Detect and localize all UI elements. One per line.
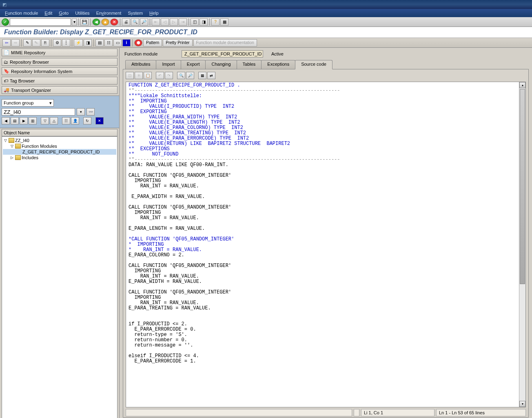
vertical-scrollbar[interactable]: ▴ ▾ — [519, 82, 525, 407]
tab-tables[interactable]: Tables — [237, 60, 262, 69]
exit-button[interactable]: ▲ — [101, 18, 109, 26]
history-dropdown[interactable]: ▾ — [77, 108, 85, 116]
test-button[interactable]: ⚡ — [74, 39, 83, 47]
check-button[interactable]: ⚙ — [53, 39, 61, 47]
command-dropdown[interactable]: ▾ — [72, 18, 77, 26]
back-button[interactable]: ◀ — [92, 18, 100, 26]
menu-goto[interactable]: Goto — [59, 11, 69, 16]
display-button[interactable]: 👓 — [86, 108, 95, 116]
pattern-button[interactable]: Pattern — [143, 39, 162, 47]
layout-button[interactable]: ▦ — [220, 18, 228, 26]
display-edit-toggle[interactable]: ✎ — [23, 39, 31, 47]
code-btn5[interactable]: ↷ — [165, 72, 173, 79]
repository-browser-panel[interactable]: 🗂Repository Browser — [2, 58, 117, 66]
code-btn2[interactable]: ⎘ — [135, 72, 143, 79]
tab-changing[interactable]: Changing — [205, 60, 237, 69]
folder-open-icon — [15, 144, 21, 149]
tree-fm-item[interactable]: Z_GET_RECIPE_FOR_PRODUCT_ID — [3, 149, 116, 155]
tag-icon: 🏷 — [4, 78, 8, 83]
code-btn8[interactable]: ▦ — [198, 72, 206, 79]
object-name-input[interactable] — [2, 108, 75, 116]
where-used-button[interactable]: ◨ — [84, 39, 92, 47]
menu-system[interactable]: System — [128, 11, 143, 16]
print-button[interactable]: 🖨 — [122, 18, 130, 26]
tree-function-modules[interactable]: ▽ Function Modules — [3, 143, 116, 149]
object-list-button[interactable]: ▤ — [95, 39, 104, 47]
new-session-button[interactable]: ◫ — [191, 18, 199, 26]
navigation-sidebar: 📄MIME Repository 🗂Repository Browser 🔖Re… — [0, 48, 120, 418]
pretty-printer-button[interactable]: Pretty Printer — [163, 39, 192, 47]
first-page-button[interactable]: ⇤ — [152, 18, 160, 26]
activate-button[interactable]: ┆ — [62, 39, 70, 47]
favorites-down-button[interactable]: ▽ — [41, 117, 49, 125]
scroll-down-button[interactable]: ▾ — [519, 401, 525, 407]
inactive-active-toggle[interactable]: ✎ᵢ — [32, 39, 40, 47]
cancel-button[interactable]: ✕ — [110, 18, 118, 26]
favorites-up-button[interactable]: △ — [50, 117, 58, 125]
menu-help[interactable]: Help — [149, 11, 159, 16]
breakpoint-button[interactable]: ⬢ — [134, 39, 142, 47]
fullscreen-button[interactable]: ▭ — [113, 39, 122, 47]
hierarchy-button[interactable]: ☷ — [104, 39, 113, 47]
folder-icon — [15, 155, 21, 160]
nav-back-button[interactable]: ⇦ — [2, 39, 11, 47]
mime-repository-panel[interactable]: 📄MIME Repository — [2, 49, 117, 56]
last-page-button[interactable]: ⇥ — [179, 18, 187, 26]
code-btn9[interactable]: ⇄ — [207, 72, 215, 79]
tag-browser-panel[interactable]: 🏷Tag Browser — [2, 77, 117, 84]
standard-toolbar: ✓ ▾ 💾 ◀ ▲ ✕ 🖨 🔍 🔎 ⇤ ◁ ▷ ⇥ ◫ ◨ ? ▦ — [0, 17, 532, 27]
scroll-thumb[interactable] — [520, 89, 525, 284]
tree-header: Object Name — [2, 129, 117, 136]
nav-list-button[interactable]: ▤ — [11, 117, 19, 125]
nav-next-button[interactable]: ▶ — [20, 117, 28, 125]
code-replace-button[interactable]: 🔎 — [186, 72, 194, 79]
code-btn3[interactable]: 📋 — [144, 72, 152, 79]
command-field[interactable] — [10, 18, 71, 26]
tab-attributes[interactable]: Attributes — [125, 60, 156, 69]
source-code-panel: ◫ ⎘ 📋 ↶ ↷ 🔍 🔎 ▦ ⇄ FUNCTION Z_GET_RECIPE_… — [123, 69, 529, 418]
info-button[interactable]: i — [122, 39, 131, 47]
tab-source-code[interactable]: Source code — [295, 60, 332, 69]
help-button[interactable]: ? — [211, 18, 219, 26]
save-button[interactable]: 💾 — [80, 18, 89, 26]
menu-edit[interactable]: Edit — [44, 11, 52, 16]
object-tree[interactable]: ▽ ZZ_I40 ▽ Function Modules Z_GET_RECIPE… — [2, 136, 117, 418]
other-object-button[interactable]: ⎘ — [41, 39, 49, 47]
menu-utilities[interactable]: Utilities — [75, 11, 89, 16]
tree-includes[interactable]: ▷ Includes — [3, 155, 116, 160]
tab-export[interactable]: Export — [181, 60, 206, 69]
object-type-dropdown[interactable]: Function group▾ — [2, 99, 54, 107]
code-btn1[interactable]: ◫ — [126, 72, 134, 79]
chevron-down-icon: ▾ — [49, 100, 52, 106]
editor-status-bar: Li 1, Co 1 Ln 1 - Ln 53 of 65 lines — [123, 408, 528, 417]
prev-page-button[interactable]: ◁ — [161, 18, 169, 26]
app-toolbar: ⇦ ⇨ ✎ ✎ᵢ ⎘ ⚙ ┆ ⚡ ◨ ▤ ☷ ▭ i ⬢ Pattern Pre… — [0, 38, 532, 48]
code-toolbar: ◫ ⎘ 📋 ↶ ↷ 🔍 🔎 ▦ ⇄ — [123, 69, 528, 82]
find-next-button[interactable]: 🔎 — [140, 18, 148, 26]
shortcut-button[interactable]: ◨ — [200, 18, 208, 26]
user-button[interactable]: 👤 — [71, 117, 79, 125]
nav-forward-button[interactable]: ⇨ — [11, 39, 20, 47]
source-code-editor[interactable]: FUNCTION Z_GET_RECIPE_FOR_PRODUCT_ID .*"… — [126, 82, 519, 407]
worklist-button[interactable]: ☷ — [62, 117, 70, 125]
next-page-button[interactable]: ▷ — [170, 18, 178, 26]
transport-organizer-panel[interactable]: 🚚Transport Organizer — [2, 86, 117, 94]
refresh-button[interactable]: ↻ — [83, 117, 91, 125]
menu-bar: Function module Edit Goto Utilities Envi… — [0, 9, 532, 17]
tree-root[interactable]: ▽ ZZ_I40 — [3, 138, 116, 143]
menu-environment[interactable]: Environment — [96, 11, 122, 16]
close-button[interactable]: ✕ — [95, 117, 104, 125]
enter-button[interactable]: ✓ — [2, 18, 9, 26]
repository-info-panel[interactable]: 🔖Repository Information System — [2, 67, 117, 75]
scroll-up-button[interactable]: ▴ — [519, 82, 525, 88]
find-button[interactable]: 🔍 — [131, 18, 139, 26]
menu-function-module[interactable]: Function module — [5, 11, 38, 16]
docu-button[interactable]: Function module documentation — [193, 39, 257, 47]
tab-import[interactable]: Import — [156, 60, 181, 69]
code-btn4[interactable]: ↶ — [156, 72, 164, 79]
nav-prev-button[interactable]: ◀ — [2, 117, 10, 125]
tab-exceptions[interactable]: Exceptions — [261, 60, 295, 69]
nav-list2-button[interactable]: ▥ — [29, 117, 37, 125]
code-find-button[interactable]: 🔍 — [177, 72, 185, 79]
fm-name-field: Z_GET_RECIPE_FOR_PRODUCT_ID — [182, 50, 263, 58]
